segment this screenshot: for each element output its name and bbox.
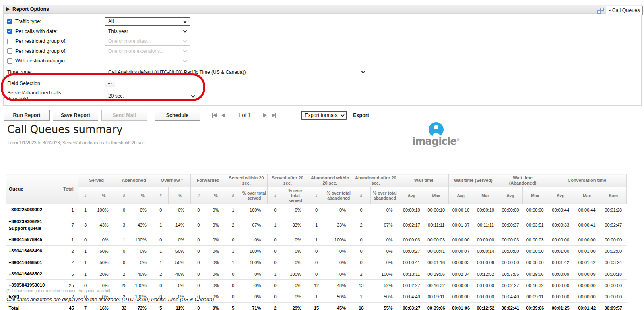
table-cell: 14% — [169, 216, 191, 234]
table-cell: 00:00:41 — [399, 257, 424, 268]
queue-row: +3904164685025120%240%240%00%00%1100%00%… — [6, 268, 627, 279]
prev-page-button[interactable] — [221, 113, 225, 117]
table-cell: 12 — [308, 280, 325, 291]
schedule-button[interactable]: Schedule — [155, 110, 200, 121]
table-cell: 00:09:57 — [600, 302, 627, 310]
option-label: Per restricted group of: — [15, 38, 105, 44]
export-button[interactable]: Export — [353, 112, 369, 118]
export-formats-select[interactable]: Export formats — [301, 111, 347, 120]
imagicle-logo: imagicle® — [412, 122, 460, 147]
table-cell: 50% — [169, 246, 191, 257]
table-cell: 00:02:17 — [399, 216, 424, 234]
table-cell: 1 — [153, 257, 169, 268]
table-cell: 0 — [191, 246, 206, 257]
chevron-down-icon — [183, 29, 187, 33]
option-select[interactable]: One or more sites... — [105, 37, 190, 46]
page-status: 1 of 1 — [238, 112, 250, 118]
table-cell: 0 — [115, 257, 133, 268]
table-cell: 00:00:03 — [523, 234, 547, 246]
pagination: 1 of 1 — [210, 112, 279, 118]
timezone-select[interactable]: Call Analytics default ((UTC-08:00) Paci… — [105, 68, 368, 76]
table-cell: 1 — [78, 204, 93, 216]
report-selector-box[interactable]: - Call Queues — [606, 6, 643, 15]
field-selection-button[interactable]: ... — [105, 80, 115, 87]
last-page-button[interactable] — [272, 113, 276, 118]
checkbox[interactable] — [7, 48, 12, 54]
table-cell: 00:04:40 — [399, 291, 424, 302]
checkbox[interactable] — [7, 58, 12, 64]
column-subheader: Max — [523, 187, 547, 204]
send-mail-button[interactable]: Send Mail — [101, 110, 147, 121]
table-cell: 00:00:14 — [473, 246, 498, 257]
table-cell: 00:00:00 — [574, 280, 600, 291]
table-cell: 00:11:11 — [424, 216, 448, 234]
next-page-button[interactable] — [263, 113, 267, 117]
table-cell: 67% — [241, 216, 267, 234]
table-cell: 0 — [267, 246, 283, 257]
table-cell: 00:00:00 — [574, 291, 600, 302]
table-cell: 0 — [153, 234, 169, 246]
save-report-button[interactable]: Save Report — [53, 110, 98, 121]
table-cell: 0 — [115, 204, 133, 216]
table-cell: 1 — [153, 216, 169, 234]
table-cell: 43% — [93, 216, 115, 234]
table-cell: 100% — [325, 234, 352, 246]
table-cell: 00:39:06 — [523, 302, 547, 310]
table-cell: 100% — [241, 246, 267, 257]
run-report-button[interactable]: Run Report — [4, 110, 50, 121]
table-cell: 1 — [225, 257, 241, 268]
column-subheader: Avg — [399, 187, 424, 204]
queue-name-cell: +390239306291Support queue — [6, 216, 59, 234]
column-subheader: Max — [473, 187, 498, 204]
checkbox[interactable] — [7, 29, 12, 34]
table-cell: 11% — [169, 302, 191, 310]
table-cell: 45% — [325, 302, 352, 310]
table-cell: 00:00:00 — [547, 234, 574, 246]
table-cell: 2 — [115, 268, 133, 279]
collapse-arrow-icon[interactable] — [6, 7, 10, 11]
queue-name-cell: +390416468502 — [6, 268, 59, 279]
table-cell: 50% — [370, 291, 399, 302]
table-cell: 5 — [225, 302, 241, 310]
option-select[interactable]: This year — [105, 27, 190, 35]
table-cell: 00:00:00 — [498, 246, 522, 257]
table-cell: 16% — [93, 302, 115, 310]
table-cell: 00:00:10 — [424, 204, 448, 216]
table-cell: 2 — [59, 246, 78, 257]
option-label: Per restricted group of: — [15, 48, 105, 54]
report-options-header[interactable]: Report Options - Call Queues — [4, 5, 641, 14]
column-subheader: # — [225, 187, 241, 204]
table-cell: 00:00:00 — [448, 291, 473, 302]
imagicle-logo-icon — [429, 122, 444, 137]
table-cell: 0% — [169, 204, 191, 216]
table-cell: 1 — [59, 234, 78, 246]
table-cell: 15 — [308, 302, 325, 310]
option-select[interactable]: One or more extensions... — [105, 47, 190, 55]
option-rows: Traffic type:AllPer calls with date:This… — [4, 14, 641, 66]
table-cell: 0 — [191, 268, 206, 279]
table-cell: 29% — [283, 302, 308, 310]
option-row: Per calls with date:This year — [7, 27, 641, 37]
restore-window-icon[interactable] — [597, 8, 604, 14]
threshold-select[interactable]: 20 sec. — [105, 92, 198, 100]
table-cell: 00:00:00 — [523, 246, 547, 257]
table-cell: 00:16:32 — [424, 280, 448, 291]
table-cell: 100% — [370, 268, 399, 279]
first-page-button[interactable] — [212, 113, 217, 118]
table-cell: 0% — [241, 268, 267, 279]
checkbox[interactable] — [7, 39, 12, 44]
option-select[interactable]: All — [105, 17, 190, 26]
column-subheader: Max — [574, 187, 600, 204]
timezone-label: Time zone: — [7, 69, 105, 75]
checkbox[interactable] — [7, 19, 12, 24]
table-cell: 00:03:51 — [523, 216, 547, 234]
table-cell: 00:00:09 — [547, 268, 574, 279]
table-cell: 00:00:18 — [600, 268, 627, 279]
table-cell: 00:00:10 — [448, 204, 473, 216]
table-cell: 5 — [59, 268, 78, 279]
option-select[interactable] — [105, 57, 190, 65]
table-cell: 0 — [115, 246, 133, 257]
column-group-header: Abandoned — [115, 174, 153, 187]
table-cell: 00:13:11 — [399, 268, 424, 279]
option-row: Per restricted group of:One or more exte… — [7, 46, 641, 56]
